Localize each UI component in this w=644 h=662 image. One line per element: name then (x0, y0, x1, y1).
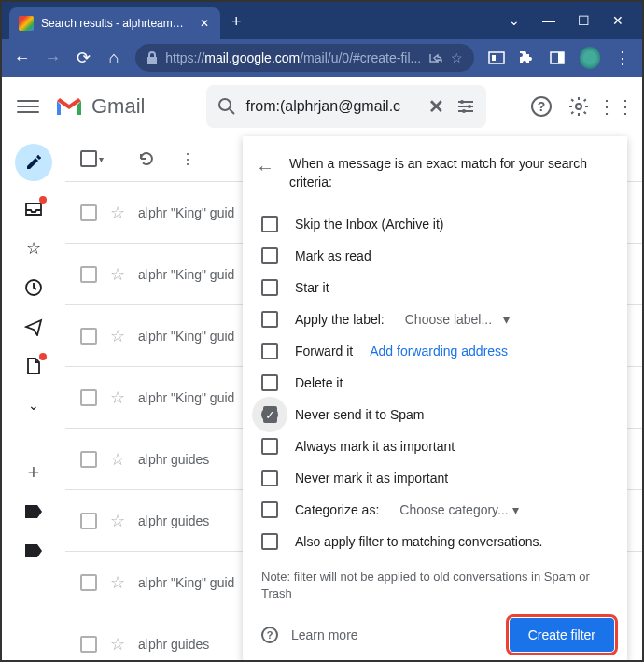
svg-point-4 (219, 99, 231, 110)
row-checkbox[interactable] (80, 266, 97, 283)
share-icon[interactable] (428, 50, 443, 65)
checkbox-icon[interactable] (261, 438, 278, 455)
checkbox-checked-icon[interactable]: ✓ (261, 406, 278, 423)
option-mark-read[interactable]: Mark as read (256, 240, 614, 272)
minimize-icon[interactable]: — (542, 13, 555, 28)
create-filter-button[interactable]: Create filter (510, 618, 614, 652)
star-icon[interactable]: ☆ (110, 326, 125, 346)
checkbox-icon[interactable] (261, 343, 278, 359)
main-menu-icon[interactable] (17, 95, 39, 118)
chrome-menu-icon[interactable]: ⋮ (613, 49, 631, 67)
option-label: Skip the Inbox (Archive it) (295, 217, 444, 232)
clear-search-icon[interactable]: ✕ (425, 95, 447, 118)
home-icon[interactable]: ⌂ (105, 49, 122, 67)
more-icon[interactable]: ⌄ (22, 394, 45, 416)
settings-gear-icon[interactable] (567, 95, 590, 118)
row-checkbox[interactable] (80, 389, 97, 406)
close-window-icon[interactable]: ✕ (612, 13, 623, 28)
sidepanel-icon[interactable] (549, 49, 567, 67)
maximize-icon[interactable]: ☐ (578, 13, 590, 28)
apps-grid-icon[interactable]: ⋮⋮ (605, 95, 627, 118)
row-checkbox[interactable] (80, 451, 97, 468)
close-tab-icon[interactable]: ✕ (198, 17, 211, 30)
drafts-icon[interactable] (22, 355, 45, 377)
add-forwarding-link[interactable]: Add forwarding address (370, 344, 508, 359)
checkbox-icon[interactable] (261, 279, 278, 296)
category-select[interactable]: Choose category... ▾ (399, 502, 518, 517)
search-bar[interactable]: from:(alphrjan@gmail.c ✕ (206, 85, 486, 128)
back-arrow-icon[interactable]: ← (256, 157, 274, 191)
search-icon[interactable] (216, 95, 238, 118)
option-categorize[interactable]: Categorize as: Choose category... ▾ (256, 494, 614, 526)
back-icon[interactable]: ← (13, 49, 31, 67)
checkbox-icon[interactable] (261, 501, 278, 518)
extensions-icon[interactable] (518, 49, 536, 67)
snoozed-icon[interactable] (22, 276, 45, 299)
row-checkbox[interactable] (80, 513, 97, 529)
option-label: Never send it to Spam (295, 407, 425, 422)
row-checkbox[interactable] (80, 328, 97, 345)
option-forward[interactable]: Forward it Add forwarding address (256, 335, 614, 367)
star-icon[interactable]: ☆ (110, 449, 125, 470)
refresh-icon[interactable] (135, 148, 158, 170)
help-icon: ? (261, 627, 278, 643)
reader-icon[interactable] (487, 49, 505, 67)
star-icon[interactable]: ☆ (110, 203, 125, 223)
option-skip-inbox[interactable]: Skip the Inbox (Archive it) (256, 208, 614, 240)
search-options-icon[interactable] (455, 95, 477, 118)
row-checkbox[interactable] (80, 204, 97, 221)
checkbox-icon[interactable] (261, 533, 278, 550)
inbox-icon[interactable] (22, 198, 45, 220)
svg-point-6 (460, 100, 464, 104)
gmail-logo[interactable]: Gmail (54, 94, 145, 119)
checkbox-icon[interactable] (261, 216, 278, 232)
option-never-important[interactable]: Never mark it as important (256, 462, 614, 494)
panel-title: When a message is an exact match for you… (289, 155, 614, 191)
option-label: Also apply filter to matching conversati… (295, 534, 542, 549)
checkbox-icon[interactable] (261, 374, 278, 391)
option-also-apply[interactable]: Also apply filter to matching conversati… (256, 526, 614, 557)
new-tab-button[interactable]: + (231, 12, 242, 32)
chevron-down-icon[interactable]: ⌄ (509, 13, 520, 28)
label-icon-2[interactable] (22, 540, 45, 562)
forward-icon[interactable]: → (44, 49, 62, 67)
checkbox-icon[interactable] (261, 247, 278, 264)
option-never-spam[interactable]: ✓ Never send it to Spam (256, 399, 614, 430)
bookmark-star-icon[interactable]: ☆ (451, 50, 463, 65)
browser-tab[interactable]: Search results - alphrteam@gma... ✕ (9, 7, 220, 39)
select-all[interactable]: ▾ (80, 150, 104, 167)
checkbox-icon[interactable] (261, 470, 278, 486)
star-icon[interactable]: ☆ (110, 387, 125, 408)
option-label: Categorize as: (295, 502, 379, 517)
label-select[interactable]: Choose label... ▾ (405, 312, 510, 327)
support-icon[interactable]: ? (530, 95, 553, 118)
sender-name: alphr guides (138, 637, 209, 652)
option-apply-label[interactable]: Apply the label: Choose label... ▾ (256, 303, 614, 335)
checkbox-icon[interactable] (261, 311, 278, 328)
label-icon[interactable] (22, 500, 45, 523)
option-label: Mark as read (295, 248, 371, 263)
row-checkbox[interactable] (80, 574, 97, 591)
starred-icon[interactable]: ☆ (22, 237, 45, 260)
option-star[interactable]: Star it (256, 272, 614, 303)
row-checkbox[interactable] (80, 636, 97, 653)
search-input[interactable]: from:(alphrjan@gmail.c (245, 98, 417, 115)
browser-toolbar: ← → ⟳ ⌂ https://mail.google.com/mail/u/0… (2, 39, 642, 77)
star-icon[interactable]: ☆ (110, 572, 125, 593)
option-always-important[interactable]: Always mark it as important (256, 430, 614, 462)
more-actions-icon[interactable]: ⋮ (176, 148, 199, 170)
profile-avatar[interactable] (580, 47, 601, 69)
new-label-icon[interactable]: + (22, 461, 45, 484)
star-icon[interactable]: ☆ (110, 511, 125, 531)
reload-icon[interactable]: ⟳ (75, 49, 92, 67)
address-bar[interactable]: https://mail.google.com/mail/u/0/#create… (135, 44, 474, 72)
option-delete[interactable]: Delete it (256, 367, 614, 399)
sent-icon[interactable] (22, 316, 45, 338)
svg-rect-1 (492, 55, 496, 61)
sender-name: alphr guides (138, 452, 209, 467)
sender-name: alphr "King" guid (138, 205, 234, 220)
star-icon[interactable]: ☆ (110, 634, 125, 655)
learn-more-link[interactable]: ? Learn more (261, 627, 358, 643)
star-icon[interactable]: ☆ (110, 264, 125, 285)
compose-button[interactable] (15, 144, 52, 181)
